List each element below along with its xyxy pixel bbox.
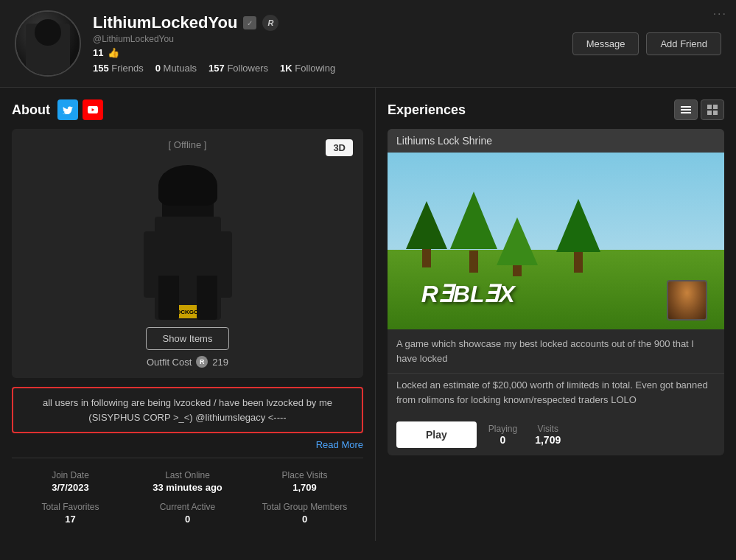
following-stat: 1K Following bbox=[280, 63, 335, 74]
svg-rect-4 bbox=[713, 105, 718, 109]
game-description-1: A game which showcase my best locked acc… bbox=[388, 329, 724, 374]
stat-last-online: Last Online 33 minutes ago bbox=[129, 466, 246, 497]
list-view-button[interactable] bbox=[674, 99, 698, 120]
char-hair bbox=[158, 165, 217, 206]
view-toggle bbox=[674, 99, 724, 120]
tree-1 bbox=[404, 201, 449, 267]
robux-icon: R bbox=[262, 15, 278, 31]
avatar-panel: [ Offline ] 3D LOCKGOD Show Items Outfit… bbox=[12, 129, 363, 378]
at-name: @LithiumLockedYou bbox=[93, 34, 561, 44]
experiences-header: Experiences bbox=[388, 99, 724, 120]
outfit-cost-row: Outfit Cost R 219 bbox=[22, 356, 353, 368]
game-stats: Playing 0 Visits 1,709 bbox=[488, 424, 561, 446]
char-leg-left bbox=[158, 276, 179, 320]
tree-top-1 bbox=[406, 201, 447, 249]
avatar-figure: LOCKGOD bbox=[114, 158, 262, 320]
stats-grid: Join Date 3/7/2023 Last Online 33 minute… bbox=[12, 458, 363, 529]
username-row: LithiumLockedYou ✓ R bbox=[93, 13, 561, 32]
thumbnail-avatar-img bbox=[668, 281, 706, 319]
outfit-cost-value: 219 bbox=[212, 357, 228, 368]
stat-group-members: Total Group Members 0 bbox=[246, 497, 363, 529]
experiences-title: Experiences bbox=[388, 102, 466, 118]
friends-stat: 155 Friends bbox=[93, 63, 144, 74]
game-card: Lithiums Lock Shrine bbox=[388, 129, 724, 455]
about-title: About bbox=[12, 102, 50, 118]
tree-2 bbox=[448, 192, 500, 273]
bio-box: all users in following are being lvzocke… bbox=[12, 387, 363, 433]
stats-row: 155 Friends 0 Mutuals 157 Followers 1K F… bbox=[93, 63, 561, 74]
tree-4 bbox=[556, 199, 600, 273]
like-row: 11 👍 bbox=[93, 47, 561, 58]
game-title: Lithiums Lock Shrine bbox=[388, 129, 724, 153]
thumbnail-avatar bbox=[667, 280, 707, 321]
join-number: 11 bbox=[93, 47, 103, 58]
followers-stat: 157 Followers bbox=[208, 63, 268, 74]
svg-rect-3 bbox=[707, 105, 712, 109]
main-layout: About [ Offline ] 3D LOCKGOD bbox=[0, 88, 736, 541]
stat-join-date: Join Date 3/7/2023 bbox=[12, 466, 129, 497]
tree-top-2 bbox=[450, 192, 497, 249]
add-friend-button[interactable]: Add Friend bbox=[646, 32, 721, 55]
read-more-button[interactable]: Read More bbox=[12, 439, 363, 450]
outfit-cost-label: Outfit Cost bbox=[147, 357, 192, 368]
playing-stat: Playing 0 bbox=[488, 424, 517, 446]
game-description-2: Locked an estimate of $20,000 worth of l… bbox=[388, 378, 724, 414]
about-section: About [ Offline ] 3D LOCKGOD bbox=[0, 88, 376, 541]
roblox-logo: RƎBLƎX bbox=[421, 280, 515, 308]
header-actions: Message Add Friend bbox=[572, 32, 721, 55]
twitter-button[interactable] bbox=[57, 99, 78, 120]
tree-top-4 bbox=[556, 199, 600, 252]
like-icon: 👍 bbox=[108, 47, 119, 58]
robux-mini-icon: R bbox=[196, 356, 208, 368]
tree-trunk-2 bbox=[469, 251, 478, 273]
verified-icon: ✓ bbox=[243, 16, 256, 29]
svg-rect-0 bbox=[681, 106, 691, 108]
svg-rect-2 bbox=[681, 112, 691, 113]
tree-trunk-4 bbox=[574, 251, 583, 273]
header-info: LithiumLockedYou ✓ R @LithiumLockedYou 1… bbox=[93, 13, 561, 74]
show-items-button[interactable]: Show Items bbox=[146, 327, 230, 350]
grid-view-button[interactable] bbox=[701, 99, 724, 120]
about-title-row: About bbox=[12, 99, 363, 120]
3d-button[interactable]: 3D bbox=[326, 139, 353, 156]
stat-current-active: Current Active 0 bbox=[129, 497, 246, 529]
tree-top-3 bbox=[497, 217, 538, 265]
profile-header: LithiumLockedYou ✓ R @LithiumLockedYou 1… bbox=[0, 0, 736, 88]
experiences-section: Experiences bbox=[376, 88, 736, 541]
svg-rect-1 bbox=[681, 109, 691, 111]
offline-status: [ Offline ] bbox=[22, 139, 353, 150]
visits-stat: Visits 1,709 bbox=[535, 424, 561, 446]
char-leg-right bbox=[197, 276, 217, 320]
play-button[interactable]: Play bbox=[396, 421, 477, 448]
avatar-image bbox=[16, 12, 80, 75]
svg-rect-6 bbox=[713, 111, 718, 115]
avatar bbox=[15, 10, 81, 77]
social-icons bbox=[57, 99, 103, 120]
game-footer: Play Playing 0 Visits 1,709 bbox=[388, 414, 724, 455]
youtube-button[interactable] bbox=[83, 99, 103, 120]
game-thumbnail: RƎBLƎX bbox=[388, 153, 724, 329]
more-options-icon[interactable]: ··· bbox=[713, 7, 727, 21]
username: LithiumLockedYou bbox=[93, 13, 237, 32]
svg-rect-5 bbox=[707, 111, 712, 115]
stat-place-visits: Place Visits 1,709 bbox=[246, 466, 363, 497]
tree-3 bbox=[495, 217, 539, 276]
mutuals-stat: 0 Mutuals bbox=[155, 63, 197, 74]
message-button[interactable]: Message bbox=[572, 32, 639, 55]
stat-total-favorites: Total Favorites 17 bbox=[12, 497, 129, 529]
